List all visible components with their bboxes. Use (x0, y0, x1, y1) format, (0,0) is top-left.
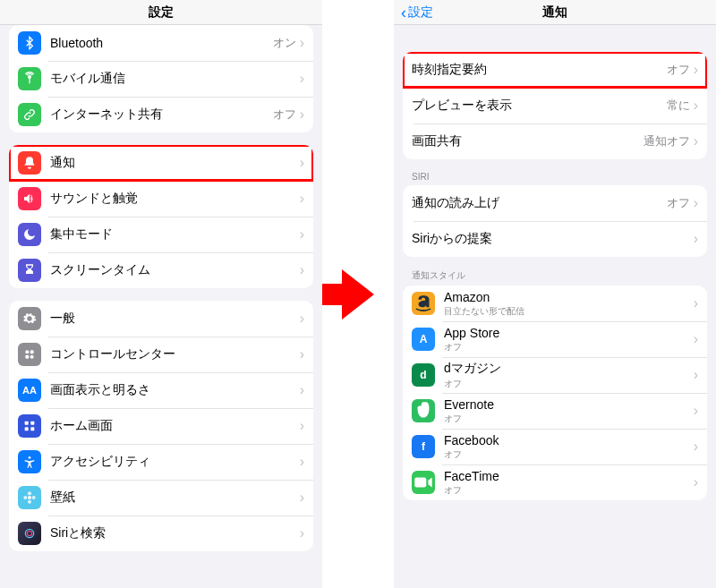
svg-point-13 (23, 496, 27, 499)
row-cellular[interactable]: モバイル通信 › (9, 61, 313, 97)
chevron-right-icon: › (300, 263, 304, 277)
section-header-siri: SIRI (394, 159, 716, 185)
chevron-right-icon: › (300, 72, 304, 86)
row-announce[interactable]: 通知の読み上げ オフ › (403, 185, 707, 221)
row-label: Evernoteオフ (444, 397, 694, 425)
header-title: 通知 (542, 4, 567, 21)
row-app-appstore[interactable]: AApp Storeオフ› (403, 321, 707, 357)
row-sublabel: オフ (444, 484, 694, 497)
row-app-evernote[interactable]: Evernoteオフ› (403, 393, 707, 429)
chevron-right-icon: › (300, 36, 304, 50)
back-label: 設定 (408, 4, 433, 21)
row-siri-suggestions[interactable]: Siriからの提案 › (403, 221, 707, 257)
row-label: 通知 (50, 155, 300, 171)
svg-point-14 (32, 496, 36, 499)
group-notifications: 通知 › サウンドと触覚 › 集中モード › (9, 145, 313, 288)
chevron-right-icon: › (300, 383, 304, 397)
svg-rect-17 (414, 478, 426, 488)
row-label: Amazon目立たない形で配信 (444, 290, 694, 318)
siri-icon (18, 522, 41, 545)
svg-rect-6 (30, 422, 34, 425)
row-accessibility[interactable]: アクセシビリティ › (9, 444, 313, 480)
svg-rect-5 (25, 422, 29, 425)
row-sounds[interactable]: サウンドと触覚 › (9, 181, 313, 217)
row-label: 画面表示と明るさ (50, 382, 300, 398)
row-app-facebook[interactable]: fFacebookオフ› (403, 429, 707, 464)
chevron-right-icon: › (300, 490, 304, 505)
chevron-right-icon: › (694, 332, 698, 346)
section-header-style: 通知スタイル (394, 257, 716, 285)
row-screentime[interactable]: スクリーンタイム › (9, 252, 313, 288)
row-siri-search[interactable]: Siriと検索 › (9, 516, 313, 551)
row-display[interactable]: AA 画面表示と明るさ › (9, 372, 313, 408)
bell-icon (18, 151, 41, 175)
row-label: 壁紙 (50, 490, 300, 506)
row-bluetooth[interactable]: Bluetooth オン › (9, 25, 313, 61)
chevron-right-icon: › (694, 196, 698, 210)
row-value: 通知オフ (644, 133, 690, 149)
svg-rect-3 (25, 355, 29, 359)
svg-point-9 (29, 456, 31, 459)
group-siri: 通知の読み上げ オフ › Siriからの提案 › (403, 185, 707, 257)
row-notifications[interactable]: 通知 › (9, 145, 313, 181)
amazon-app-icon (412, 292, 435, 315)
row-general[interactable]: 一般 › (9, 301, 313, 337)
row-label: FaceTimeオフ (444, 469, 694, 497)
row-label: アクセシビリティ (50, 454, 300, 470)
accessibility-icon (18, 450, 41, 473)
svg-rect-7 (25, 427, 29, 430)
chevron-right-icon: › (300, 347, 304, 362)
settings-screen: 設定 Bluetooth オン › モバイル通信 › (0, 0, 322, 588)
chevron-right-icon: › (694, 439, 698, 454)
row-screen-sharing[interactable]: 画面共有 通知オフ › (403, 124, 707, 159)
svg-point-4 (30, 355, 34, 359)
row-hotspot[interactable]: インターネット共有 オフ › (9, 97, 313, 132)
row-app-amazon[interactable]: Amazon目立たない形で配信› (403, 285, 707, 321)
row-value: オフ (273, 107, 296, 123)
chevron-right-icon: › (694, 368, 698, 382)
chevron-right-icon: › (694, 296, 698, 311)
group-connectivity: Bluetooth オン › モバイル通信 › インターネット共有 オフ › (9, 25, 313, 132)
row-focus[interactable]: 集中モード › (9, 217, 313, 252)
notifications-screen: ‹ 設定 通知 時刻指定要約 オフ › プレビューを表示 常に › 画面共有 通… (394, 0, 716, 588)
chevron-right-icon: › (300, 192, 304, 206)
facebook-app-icon: f (412, 435, 435, 458)
evernote-app-icon (412, 399, 435, 422)
chevron-right-icon: › (694, 63, 698, 77)
row-sublabel: オフ (444, 341, 694, 354)
row-homescreen[interactable]: ホーム画面 › (9, 408, 313, 444)
row-app-facetime[interactable]: FaceTimeオフ› (403, 464, 707, 500)
row-wallpaper[interactable]: 壁紙 › (9, 480, 313, 516)
row-label: 集中モード (50, 226, 300, 243)
back-button[interactable]: ‹ 設定 (401, 4, 433, 21)
row-label: スクリーンタイム (50, 262, 300, 278)
row-sublabel: 目立たない形で配信 (444, 305, 694, 318)
row-app-dmagazine[interactable]: ddマガジンオフ› (403, 357, 707, 393)
svg-point-1 (25, 350, 29, 354)
row-controlcenter[interactable]: コントロールセンター › (9, 337, 313, 372)
chevron-right-icon: › (694, 232, 698, 246)
row-label: Facebookオフ (444, 433, 694, 461)
row-scheduled-summary[interactable]: 時刻指定要約 オフ › (403, 52, 707, 88)
svg-point-12 (28, 500, 31, 504)
text-size-icon: AA (18, 379, 41, 402)
chevron-right-icon: › (300, 311, 304, 326)
row-label: Siriと検索 (50, 525, 300, 541)
chevron-right-icon: › (694, 475, 698, 490)
hourglass-icon (18, 259, 41, 282)
row-show-previews[interactable]: プレビューを表示 常に › (403, 88, 707, 124)
row-label: 時刻指定要約 (412, 62, 667, 78)
transition-arrow (322, 0, 394, 588)
header-left: 設定 (0, 0, 322, 25)
arrow-right-icon (342, 269, 374, 320)
gear-icon (18, 307, 41, 330)
speaker-icon (18, 187, 41, 210)
header-right: ‹ 設定 通知 (394, 0, 716, 25)
dmagazine-app-icon: d (412, 363, 435, 387)
row-label: 一般 (50, 311, 300, 327)
moon-icon (18, 223, 41, 246)
row-sublabel: オフ (444, 448, 694, 461)
svg-point-0 (29, 76, 31, 79)
row-label: サウンドと触覚 (50, 191, 300, 207)
row-label: Bluetooth (50, 36, 273, 50)
